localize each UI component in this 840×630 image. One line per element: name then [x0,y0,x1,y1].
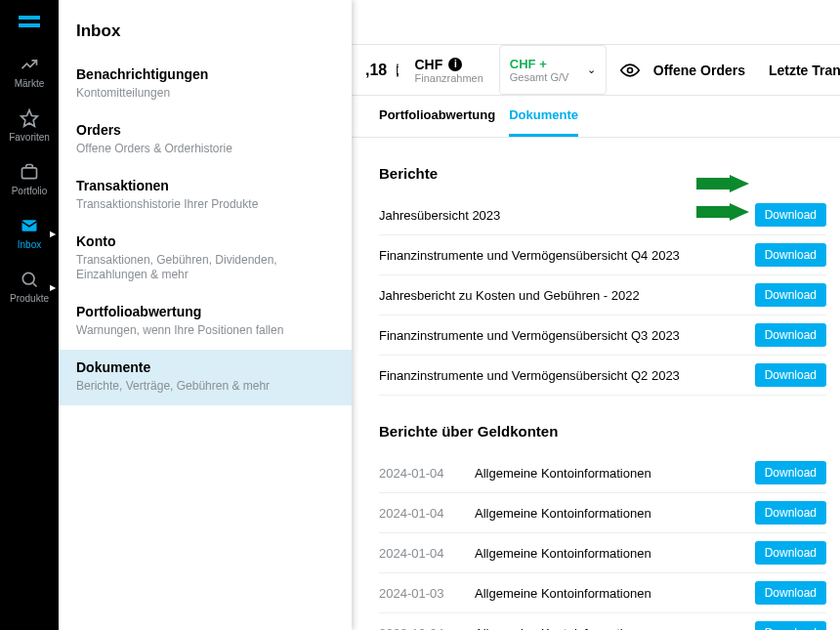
nav-favorites[interactable]: Favoriten [0,99,59,152]
drawer-section-documents[interactable]: Dokumente Berichte, Verträge, Gebühren &… [59,350,352,405]
doc-row: Jahresübersicht 2023Download [379,195,826,235]
doc-date: 2024-01-03 [379,586,453,601]
drawer-section-title: Konto [76,233,334,249]
drawer-section-sub: Transaktionshistorie Ihrer Produkte [76,197,334,212]
star-icon [20,108,39,128]
svg-line-4 [33,283,37,287]
drawer-section-title: Portfolioabwertung [76,304,334,319]
doc-row: Finanzinstrumente und Vermögensübersicht… [379,356,826,396]
info-icon[interactable]: i [448,58,462,71]
tab-portfolio-devaluation[interactable]: Portfolioabwertung [379,96,495,137]
tab-strip: Portfolioabwertung Dokumente [352,96,840,138]
gv-dropdown[interactable]: CHF + Gesamt G/V ⌄ [499,45,607,95]
doc-title: Allgemeine Kontoinformationen [475,506,651,521]
caret-right-icon: ▶ [50,229,56,237]
nav-label: Märkte [15,78,45,89]
doc-row: Jahresbericht zu Kosten und Gebühren - 2… [379,275,826,315]
svg-point-5 [627,67,632,72]
download-button[interactable]: Download [755,363,826,387]
doc-date: 2024-01-04 [379,546,453,561]
doc-title: Allgemeine Kontoinformationen [475,626,651,631]
drawer-section-transactions[interactable]: Transaktionen Transaktionshistorie Ihrer… [59,168,352,224]
doc-row: 2024-01-03Allgemeine KontoinformationenD… [379,573,826,613]
partial-number: ,18 [365,62,391,79]
drawer-section-title: Transaktionen [76,178,334,193]
link-open-orders[interactable]: Offene Orders [653,63,745,78]
gv-sublabel: Gesamt G/V [510,71,569,83]
content-area: Berichte Jahresübersicht 2023DownloadFin… [352,138,840,630]
download-button[interactable]: Download [755,323,826,347]
stat-label: CHF [414,57,442,72]
drawer-section-sub: Berichte, Verträge, Gebühren & mehr [76,379,334,394]
nav-label: Inbox [18,239,41,250]
chevron-down-icon: ⌄ [587,63,596,76]
mail-icon [20,216,39,235]
drawer-section-devaluation[interactable]: Portfolioabwertung Warnungen, wenn Ihre … [59,294,352,350]
download-button[interactable]: Download [755,541,826,565]
drawer-section-sub: Kontomitteilungen [76,86,334,101]
stats-row: ,18 i CHF i Finanzrahmen CHF + Gesamt G/… [352,45,840,96]
nav-label: Portfolio [12,186,48,196]
doc-title: Finanzinstrumente und Vermögensübersicht… [379,328,680,343]
download-button[interactable]: Download [755,501,826,525]
doc-row: 2024-01-04Allgemeine KontoinformationenD… [379,453,826,493]
doc-title: Finanzinstrumente und Vermögensübersicht… [379,248,680,263]
stat-chf: CHF i Finanzrahmen [404,45,492,95]
nav-label: Favoriten [9,132,50,143]
download-button[interactable]: Download [755,243,826,267]
nav-portfolio[interactable]: Portfolio [0,152,59,206]
doc-row: Finanzinstrumente und Vermögensübersicht… [379,235,826,275]
doc-title: Finanzinstrumente und Vermögensübersicht… [379,368,680,383]
drawer-section-notifications[interactable]: Benachrichtigungen Kontomitteilungen [59,57,352,112]
caret-right-icon: ▶ [50,282,56,291]
drawer-section-title: Benachrichtigungen [76,66,334,82]
inbox-drawer: Inbox Benachrichtigungen Kontomitteilung… [59,0,352,630]
visibility-toggle[interactable] [612,61,648,80]
drawer-section-account[interactable]: Konto Transaktionen, Gebühren, Dividende… [59,224,352,294]
search-icon [20,270,39,289]
markets-icon [20,55,39,74]
nav-markets[interactable]: Märkte [0,45,59,99]
download-button[interactable]: Download [755,621,826,630]
drawer-section-sub: Warnungen, wenn Ihre Positionen fallen [76,323,334,338]
doc-row: 2024-01-04Allgemeine KontoinformationenD… [379,533,826,573]
download-button[interactable]: Download [755,461,826,484]
download-button[interactable]: Download [755,203,826,227]
nav-products[interactable]: Produkte ▶ [0,260,59,314]
nav-rail: Märkte Favoriten Portfolio Inbox ▶ [0,0,59,630]
drawer-section-title: Dokumente [76,359,334,375]
svg-rect-1 [22,168,37,179]
doc-row: 2024-01-04Allgemeine KontoinformationenD… [379,493,826,533]
download-button[interactable]: Download [755,581,826,605]
doc-row: 2023-10-04Allgemeine KontoinformationenD… [379,613,826,630]
section-heading-cash-reports: Berichte über Geldkonten [379,423,826,440]
gv-label: CHF + [510,57,569,71]
section-heading-reports: Berichte [379,165,826,182]
briefcase-icon [20,162,39,182]
nav-label: Produkte [10,293,49,304]
doc-date: 2023-10-04 [379,626,453,631]
doc-title: Allgemeine Kontoinformationen [475,466,651,481]
nav-inbox[interactable]: Inbox ▶ [0,206,59,260]
doc-title: Jahresbericht zu Kosten und Gebühren - 2… [379,288,640,303]
brand-logo[interactable] [0,0,59,45]
drawer-section-orders[interactable]: Orders Offene Orders & Orderhistorie [59,112,352,168]
info-icon[interactable]: i [397,63,399,77]
drawer-section-title: Orders [76,122,334,138]
doc-date: 2024-01-04 [379,466,453,481]
drawer-section-sub: Transaktionen, Gebühren, Dividenden, Ein… [76,253,334,282]
main-panel: ,18 i CHF i Finanzrahmen CHF + Gesamt G/… [352,0,840,630]
svg-marker-0 [21,110,38,127]
stat-sublabel: Finanzrahmen [414,72,483,84]
doc-row: Finanzinstrumente und Vermögensübersicht… [379,315,826,356]
drawer-section-sub: Offene Orders & Orderhistorie [76,142,334,156]
doc-title: Allgemeine Kontoinformationen [475,586,651,601]
link-last-tx[interactable]: Letzte Transaktione [769,63,840,78]
top-toolbar [352,0,840,45]
doc-title: Allgemeine Kontoinformationen [475,546,651,561]
tab-documents[interactable]: Dokumente [509,96,578,137]
drawer-title: Inbox [59,0,352,57]
download-button[interactable]: Download [755,283,826,307]
doc-date: 2024-01-04 [379,506,453,521]
svg-point-3 [22,273,34,284]
